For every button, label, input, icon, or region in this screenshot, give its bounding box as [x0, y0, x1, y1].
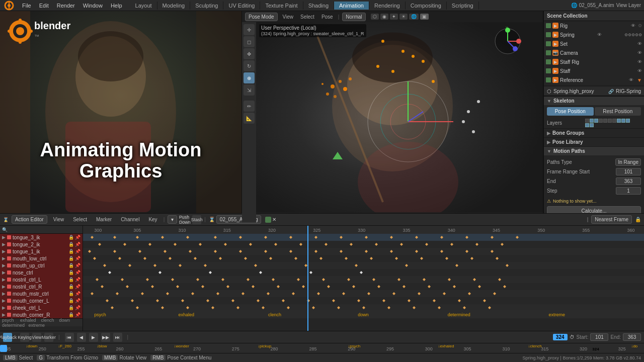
ae-snap-icon[interactable]: 🔒 [635, 217, 641, 222]
channel-mouth-mstr-ctrl[interactable]: ▶ mouth_mstr_ctrl 🔒 📌 [0, 290, 83, 297]
select-menu[interactable]: Select [298, 13, 316, 21]
ae-filter-dropdown[interactable]: ▾ [168, 215, 177, 224]
editor-type-dropdown[interactable]: Action Editor [12, 215, 47, 224]
camera-checkbox[interactable] [546, 50, 551, 55]
layer-7[interactable] [612, 119, 616, 123]
bone-groups-section[interactable]: ▶ Bone Groups [544, 128, 644, 137]
paths-type-dropdown[interactable]: In Range [615, 158, 641, 166]
collection-item-spring[interactable]: ▶ Spring 👁 ⚙⚙⚙⚙⚙ [544, 30, 644, 39]
ch7-pin[interactable]: 📌 [75, 277, 80, 282]
pose-menu[interactable]: Pose [319, 13, 335, 21]
ch12-pin[interactable]: 📌 [75, 312, 80, 317]
channel-nostril-ctrl-r[interactable]: ▶ nostril_ctrl_R 🔒 📌 [0, 283, 83, 290]
layer-4[interactable] [599, 119, 603, 123]
center-3d-viewport[interactable]: Pose Mode View Select Pose | Normal ⬡ ◉ … [242, 11, 543, 222]
ch12-lock[interactable]: 🔒 [68, 312, 74, 317]
next-frame-btn[interactable]: ▶▶ [101, 333, 110, 342]
menu-help[interactable]: Help [107, 2, 126, 10]
shading-dropdown[interactable]: Normal [342, 13, 365, 21]
layer-9[interactable] [621, 119, 625, 123]
menu-edit[interactable]: Edit [35, 2, 53, 10]
measure-tool[interactable]: 📐 [244, 113, 255, 124]
motion-paths-section[interactable]: ▼ Motion Paths [544, 146, 644, 155]
viewport-gizmo[interactable]: X Y Z [493, 26, 523, 56]
collection-item-set[interactable]: ▶ Set 👁 [544, 39, 644, 48]
ch11-lock[interactable]: 🔒 [68, 305, 74, 310]
ae-select-menu[interactable]: Select [70, 216, 90, 223]
rotate-tool[interactable]: ↻ [244, 60, 255, 71]
step-value[interactable]: 1 [616, 187, 641, 195]
view-mode-dropdown[interactable]: Pose Mode [245, 13, 278, 21]
playback-mode-btn[interactable]: Playback [3, 333, 12, 342]
bottom-frame-ruler[interactable]: 245 250 255 260 265 270 275 280 285 290 … [0, 343, 644, 353]
ch5-pin[interactable]: 📌 [75, 263, 80, 268]
staff-visibility[interactable]: 👁 [637, 68, 642, 73]
ch9-lock[interactable]: 🔒 [68, 291, 74, 296]
scale-tool[interactable]: ⇲ [244, 84, 255, 96]
ch3-lock[interactable]: 🔒 [68, 249, 74, 254]
workspace-animation[interactable]: Animation [334, 2, 369, 10]
set-checkbox[interactable] [546, 41, 551, 46]
channel-tongue-1-ik[interactable]: ▶ tongue_1_ik 🔒 📌 [0, 248, 83, 255]
rig-checkbox[interactable] [546, 23, 551, 28]
pose-library-section[interactable]: ▶ Pose Library [544, 137, 644, 146]
prev-frame-btn[interactable]: ◀ [77, 333, 86, 342]
set-visibility[interactable]: 👁 [637, 41, 642, 46]
ch9-pin[interactable]: 📌 [75, 291, 80, 296]
spring-visibility[interactable]: 👁 [597, 32, 602, 37]
layer-10[interactable] [626, 119, 630, 123]
workspace-uv-editing[interactable]: UV Editing [223, 2, 260, 10]
ae-close-icon[interactable]: ✕ [272, 217, 276, 222]
play-btn[interactable]: ▶ [89, 333, 98, 342]
channel-cheek-ctrl-l[interactable]: ▶ cheek_ctrl_L 🔒 📌 [0, 304, 83, 311]
collection-item-camera[interactable]: 📷 Camera 👁 [544, 48, 644, 57]
staff-rig-checkbox[interactable] [546, 59, 551, 64]
layer-8[interactable] [617, 119, 621, 123]
channel-tongue-2-ik[interactable]: ▶ tongue_2_ik 🔒 📌 [0, 241, 83, 248]
menu-window[interactable]: Window [79, 2, 107, 10]
ch6-lock[interactable]: 🔒 [68, 270, 74, 275]
staff-rig-visibility[interactable]: 👁 [637, 59, 642, 64]
ae-channel-menu[interactable]: Channel [118, 216, 142, 223]
transform-tool[interactable]: ⊕ [244, 72, 255, 83]
collection-item-reference[interactable]: ▶ Reference 👁 ▼ [544, 75, 644, 84]
spring-checkbox[interactable] [546, 32, 551, 37]
ch2-lock[interactable]: 🔒 [68, 242, 74, 247]
workspace-texture-paint[interactable]: Texture Paint [260, 2, 303, 10]
reference-visibility[interactable]: 👁 [629, 77, 633, 82]
ch8-pin[interactable]: 📌 [75, 284, 80, 289]
view-menu[interactable]: View [281, 13, 296, 21]
channel-pin[interactable]: 📌 [75, 235, 80, 240]
ch6-pin[interactable]: 📌 [75, 270, 80, 275]
ch4-pin[interactable]: 📌 [75, 256, 80, 261]
rest-position-btn[interactable]: Rest Position [595, 107, 641, 116]
camera-visibility[interactable]: 👁 [637, 50, 642, 55]
keying-btn[interactable]: Keying [20, 333, 29, 342]
layer-6[interactable] [608, 119, 612, 123]
rig-visibility[interactable]: 👁 [631, 23, 635, 28]
channel-mouth-corner-l[interactable]: ▶ mouth_corner_L 🔒 📌 [0, 297, 83, 304]
channel-mouth-up-ctrl[interactable]: ▶ mouth_up_ctrl 🔒 📌 [0, 262, 83, 269]
ae-view-menu[interactable]: View [50, 216, 67, 223]
ae-push-down-btn[interactable]: Push Down [180, 215, 189, 224]
layer-2[interactable] [590, 119, 594, 123]
ae-interpolation-dropdown[interactable]: Nearest Frame [591, 215, 632, 224]
channel-nose-ctrl[interactable]: ▶ nose_ctrl 🔒 📌 [0, 269, 83, 276]
end-frame-input[interactable]: 363 [623, 333, 641, 341]
select-tool[interactable]: ◻ [244, 36, 255, 47]
layer-11[interactable] [585, 123, 589, 127]
ch11-pin[interactable]: 📌 [75, 305, 80, 310]
workspace-scripting[interactable]: Scripting [447, 2, 479, 10]
pb-marker-btn[interactable]: Marker [44, 333, 53, 342]
workspace-modeling[interactable]: Modeling [157, 2, 191, 10]
start-frame-input[interactable]: 101 [590, 333, 608, 341]
collection-item-staff-rig[interactable]: ▶ Staff Rig 👁 [544, 57, 644, 66]
annotate-tool[interactable]: ✏ [244, 101, 255, 112]
jump-end-btn[interactable]: ⏭ [113, 333, 122, 342]
ch7-lock[interactable]: 🔒 [68, 277, 74, 282]
ch5-lock[interactable]: 🔒 [68, 263, 74, 268]
channel-mouth-low-ctrl[interactable]: ▶ mouth_low_ctrl 🔒 📌 [0, 255, 83, 262]
move-tool[interactable]: ✥ [244, 48, 255, 59]
frame-range-start-value[interactable]: 101 [616, 168, 641, 175]
ae-stash-btn[interactable]: Stash [192, 215, 201, 224]
